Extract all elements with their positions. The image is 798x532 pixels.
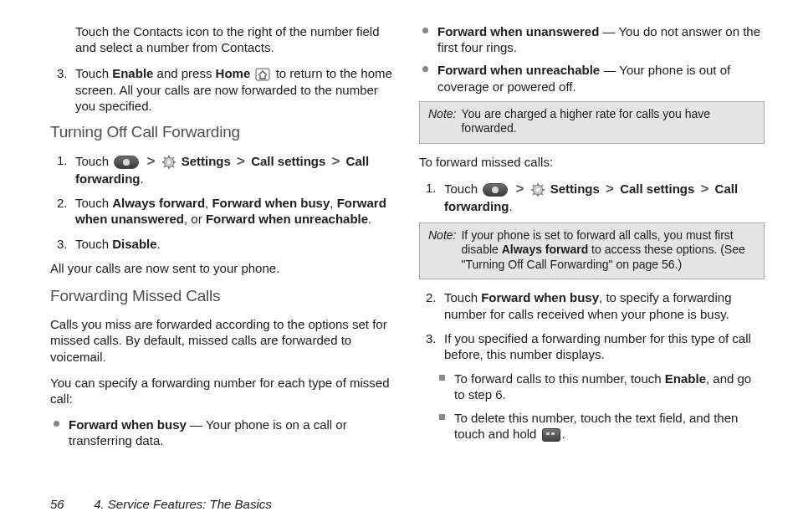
chevron-right-icon: > bbox=[603, 181, 616, 197]
list-number: 1. bbox=[57, 152, 68, 168]
text: Touch bbox=[75, 237, 112, 251]
text: Touch bbox=[444, 290, 481, 304]
list-number: 1. bbox=[426, 180, 437, 196]
disable-label: Disable bbox=[112, 237, 156, 251]
forward-busy-label: Forward when busy bbox=[481, 290, 599, 304]
page-footer: 56 4. Service Features: The Basics bbox=[50, 496, 272, 512]
chevron-right-icon: > bbox=[698, 181, 711, 197]
bullet-forward-unanswered: Forward when unanswered — You do not ans… bbox=[419, 23, 765, 55]
svg-line-7 bbox=[164, 157, 166, 159]
list-number: 3. bbox=[57, 65, 68, 81]
off-step-2: 2. Touch Always forward, Forward when bu… bbox=[50, 195, 396, 227]
text: To forward calls to this number, touch bbox=[454, 371, 665, 386]
note-text: You are charged a higher rate for calls … bbox=[461, 107, 757, 136]
chevron-right-icon: > bbox=[513, 181, 526, 197]
bullet-forward-unreachable: Forward when unreachable — Your phone is… bbox=[419, 62, 765, 94]
off-step-1: 1. Touch > Settings > Call settings > Ca… bbox=[50, 152, 396, 187]
svg-point-2 bbox=[167, 161, 171, 164]
forward-unreachable-label: Forward when unreachable bbox=[437, 63, 600, 77]
bullet-icon bbox=[422, 28, 428, 33]
note-label: Note: bbox=[428, 228, 456, 273]
missed-step-3: 3. If you specified a forwarding number … bbox=[419, 330, 765, 362]
forward-busy-label: Forward when busy bbox=[212, 196, 330, 210]
text: To delete this number, touch the text fi… bbox=[454, 411, 738, 441]
text: Touch bbox=[75, 154, 112, 168]
page: Touch the Contacts icon to the right of … bbox=[0, 0, 798, 532]
enable-label: Enable bbox=[112, 66, 153, 80]
chevron-right-icon: > bbox=[329, 153, 342, 169]
chevron-right-icon: > bbox=[234, 153, 248, 169]
gear-icon bbox=[531, 183, 545, 197]
svg-line-19 bbox=[541, 185, 543, 187]
bullet-forward-busy: Forward when busy — Your phone is on a c… bbox=[50, 417, 396, 448]
specify-number-text: You can specify a forwarding number for … bbox=[50, 375, 396, 407]
note-higher-rate: Note: You are charged a higher rate for … bbox=[419, 101, 765, 144]
call-settings-label: Call settings bbox=[251, 154, 325, 168]
square-bullet-icon bbox=[439, 375, 445, 381]
list-number: 3. bbox=[57, 236, 68, 252]
text: . bbox=[368, 212, 371, 226]
section-title: 4. Service Features: The Basics bbox=[94, 497, 272, 511]
list-number: 2. bbox=[57, 195, 68, 211]
column-left: Touch the Contacts icon to the right of … bbox=[50, 23, 396, 456]
off-step-3: 3. Touch Disable. bbox=[50, 236, 396, 252]
svg-line-17 bbox=[533, 185, 535, 187]
note-label: Note: bbox=[428, 107, 456, 136]
heading-forwarding-missed: Forwarding Missed Calls bbox=[50, 286, 396, 306]
forward-unreachable-label: Forward when unreachable bbox=[206, 212, 368, 226]
gear-icon bbox=[162, 156, 176, 169]
text: Touch bbox=[75, 196, 112, 210]
text: and press bbox=[153, 66, 215, 80]
forward-busy-label: Forward when busy bbox=[69, 417, 187, 432]
list-number: 2. bbox=[426, 289, 437, 305]
text: Touch bbox=[444, 182, 481, 196]
svg-line-18 bbox=[541, 193, 543, 195]
svg-line-8 bbox=[172, 166, 174, 167]
forward-unanswered-label: Forward when unanswered bbox=[437, 24, 599, 38]
svg-line-20 bbox=[533, 193, 535, 195]
home-icon bbox=[255, 68, 270, 81]
missed-calls-intro: Calls you miss are forwarded according t… bbox=[50, 316, 396, 365]
bullet-icon bbox=[422, 66, 428, 72]
keyboard-key-icon bbox=[542, 428, 560, 442]
svg-point-12 bbox=[536, 188, 540, 192]
chevron-right-icon: > bbox=[144, 153, 157, 169]
list-number: 3. bbox=[426, 330, 437, 346]
enable-label: Enable bbox=[665, 371, 706, 386]
svg-line-10 bbox=[164, 166, 166, 167]
settings-label: Settings bbox=[182, 154, 231, 168]
call-settings-label: Call settings bbox=[620, 182, 694, 196]
text: , or bbox=[184, 212, 206, 226]
text: . bbox=[509, 199, 513, 213]
page-number: 56 bbox=[50, 496, 90, 512]
missed-step-2: 2. Touch Forward when busy, to specify a… bbox=[419, 289, 765, 321]
text: Touch bbox=[75, 66, 112, 80]
two-column-layout: Touch the Contacts icon to the right of … bbox=[50, 23, 765, 456]
square-bullet-icon bbox=[439, 414, 445, 420]
apps-icon bbox=[114, 156, 139, 169]
sub-enable-number: To forward calls to this number, touch E… bbox=[419, 371, 765, 402]
bullet-icon bbox=[54, 421, 59, 427]
text: . bbox=[562, 427, 565, 441]
note-text: If your phone is set to forward all call… bbox=[461, 228, 757, 273]
sub-delete-number: To delete this number, touch the text fi… bbox=[419, 410, 765, 442]
home-label: Home bbox=[216, 66, 251, 80]
always-forward-label: Always forward bbox=[112, 196, 205, 210]
apps-icon bbox=[483, 183, 508, 197]
text: . bbox=[157, 237, 161, 251]
heading-turning-off: Turning Off Call Forwarding bbox=[50, 122, 396, 142]
note-disable-always-forward: Note: If your phone is set to forward al… bbox=[419, 223, 765, 280]
step-3-enable-home: 3. Touch Enable and press Home to return… bbox=[50, 65, 396, 114]
to-forward-missed-text: To forward missed calls: bbox=[419, 154, 765, 170]
continuation-text: Touch the Contacts icon to the right of … bbox=[50, 23, 396, 55]
text: . bbox=[141, 171, 144, 186]
always-forward-label: Always forward bbox=[502, 243, 588, 256]
all-calls-sent-text: All your calls are now sent to your phon… bbox=[50, 260, 396, 276]
missed-step-1: 1. Touch > Settings > Call settings > Ca… bbox=[419, 180, 765, 214]
svg-line-9 bbox=[172, 157, 174, 159]
settings-label: Settings bbox=[550, 182, 600, 196]
text: , bbox=[330, 196, 336, 210]
column-right: Forward when unanswered — You do not ans… bbox=[419, 23, 765, 456]
text: If you specified a forwarding number for… bbox=[444, 331, 751, 361]
